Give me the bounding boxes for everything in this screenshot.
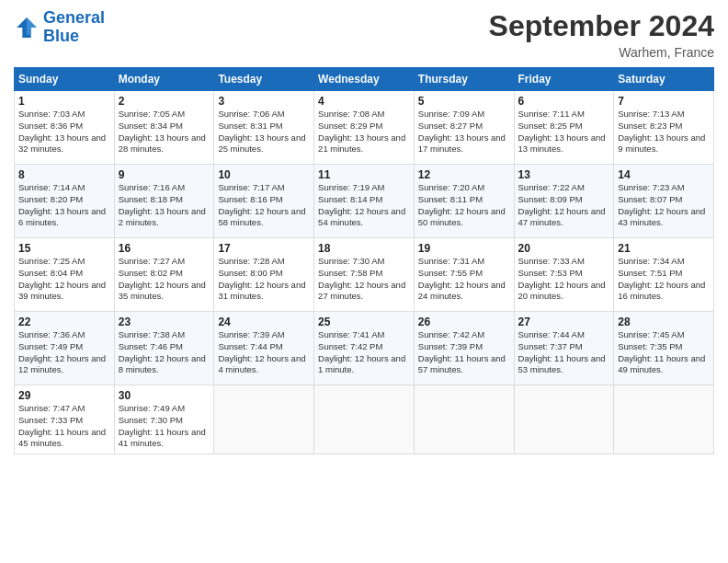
table-row — [614, 385, 714, 454]
table-row: 8 Sunrise: 7:14 AMSunset: 8:20 PMDayligh… — [15, 165, 115, 238]
logo-icon — [14, 15, 40, 40]
day-number: 5 — [418, 95, 510, 108]
calendar-table: Sunday Monday Tuesday Wednesday Thursday… — [14, 67, 714, 454]
day-detail: Sunrise: 7:05 AMSunset: 8:34 PMDaylight:… — [119, 109, 206, 154]
table-row: 21 Sunrise: 7:34 AMSunset: 7:51 PMDaylig… — [614, 238, 714, 312]
table-row: 26 Sunrise: 7:42 AMSunset: 7:39 PMDaylig… — [414, 312, 514, 385]
day-number: 7 — [618, 95, 710, 108]
header-sunday: Sunday — [15, 68, 115, 91]
day-detail: Sunrise: 7:03 AMSunset: 8:36 PMDaylight:… — [18, 109, 106, 154]
table-row: 7 Sunrise: 7:13 AMSunset: 8:23 PMDayligh… — [614, 91, 714, 165]
day-number: 6 — [518, 95, 610, 108]
table-row: 1 Sunrise: 7:03 AMSunset: 8:36 PMDayligh… — [15, 91, 115, 165]
table-row: 18 Sunrise: 7:30 AMSunset: 7:58 PMDaylig… — [314, 238, 415, 312]
day-detail: Sunrise: 7:34 AMSunset: 7:51 PMDaylight:… — [618, 256, 705, 301]
table-row: 28 Sunrise: 7:45 AMSunset: 7:35 PMDaylig… — [614, 312, 714, 385]
table-row: 15 Sunrise: 7:25 AMSunset: 8:04 PMDaylig… — [15, 238, 115, 312]
logo-line1: General — [43, 8, 105, 27]
table-row: 4 Sunrise: 7:08 AMSunset: 8:29 PMDayligh… — [314, 91, 415, 165]
day-number: 24 — [218, 316, 310, 328]
table-row: 5 Sunrise: 7:09 AMSunset: 8:27 PMDayligh… — [414, 91, 514, 165]
day-number: 8 — [18, 168, 110, 181]
day-detail: Sunrise: 7:11 AMSunset: 8:25 PMDaylight:… — [518, 109, 606, 154]
header-saturday: Saturday — [614, 68, 714, 91]
day-detail: Sunrise: 7:28 AMSunset: 8:00 PMDaylight:… — [218, 256, 305, 301]
day-detail: Sunrise: 7:16 AMSunset: 8:18 PMDaylight:… — [119, 182, 206, 227]
logo: General Blue — [14, 9, 105, 46]
table-row: 11 Sunrise: 7:19 AMSunset: 8:14 PMDaylig… — [314, 165, 415, 238]
table-row — [214, 385, 314, 454]
table-row: 24 Sunrise: 7:39 AMSunset: 7:44 PMDaylig… — [214, 312, 314, 385]
month-title: September 2024 — [489, 9, 714, 43]
day-detail: Sunrise: 7:20 AMSunset: 8:11 PMDaylight:… — [418, 182, 506, 227]
day-number: 19 — [418, 242, 510, 255]
day-detail: Sunrise: 7:22 AMSunset: 8:09 PMDaylight:… — [518, 182, 606, 227]
day-detail: Sunrise: 7:13 AMSunset: 8:23 PMDaylight:… — [618, 109, 705, 154]
logo-text: General Blue — [43, 9, 105, 46]
day-number: 9 — [119, 168, 210, 181]
table-row: 22 Sunrise: 7:36 AMSunset: 7:49 PMDaylig… — [15, 312, 115, 385]
header-monday: Monday — [114, 68, 214, 91]
table-row: 13 Sunrise: 7:22 AMSunset: 8:09 PMDaylig… — [514, 165, 614, 238]
table-row: 6 Sunrise: 7:11 AMSunset: 8:25 PMDayligh… — [514, 91, 614, 165]
day-number: 27 — [518, 316, 610, 328]
table-row: 9 Sunrise: 7:16 AMSunset: 8:18 PMDayligh… — [114, 165, 214, 238]
day-detail: Sunrise: 7:31 AMSunset: 7:55 PMDaylight:… — [418, 256, 506, 301]
day-detail: Sunrise: 7:44 AMSunset: 7:37 PMDaylight:… — [518, 329, 606, 374]
week-row-4: 22 Sunrise: 7:36 AMSunset: 7:49 PMDaylig… — [15, 312, 714, 385]
table-row: 17 Sunrise: 7:28 AMSunset: 8:00 PMDaylig… — [214, 238, 314, 312]
header-friday: Friday — [514, 68, 614, 91]
day-number: 13 — [518, 168, 610, 181]
header-tuesday: Tuesday — [214, 68, 314, 91]
day-number: 18 — [318, 242, 410, 255]
day-detail: Sunrise: 7:08 AMSunset: 8:29 PMDaylight:… — [318, 109, 405, 154]
page: General Blue September 2024 Warhem, Fran… — [0, 0, 728, 563]
title-block: September 2024 Warhem, France — [489, 9, 714, 60]
day-number: 23 — [119, 316, 210, 328]
day-detail: Sunrise: 7:42 AMSunset: 7:39 PMDaylight:… — [418, 329, 506, 374]
day-detail: Sunrise: 7:38 AMSunset: 7:46 PMDaylight:… — [119, 329, 206, 374]
table-row: 10 Sunrise: 7:17 AMSunset: 8:16 PMDaylig… — [214, 165, 314, 238]
day-number: 22 — [18, 316, 110, 328]
day-detail: Sunrise: 7:33 AMSunset: 7:53 PMDaylight:… — [518, 256, 606, 301]
day-detail: Sunrise: 7:39 AMSunset: 7:44 PMDaylight:… — [218, 329, 305, 374]
day-detail: Sunrise: 7:45 AMSunset: 7:35 PMDaylight:… — [618, 329, 705, 374]
day-detail: Sunrise: 7:30 AMSunset: 7:58 PMDaylight:… — [318, 256, 405, 301]
table-row: 19 Sunrise: 7:31 AMSunset: 7:55 PMDaylig… — [414, 238, 514, 312]
day-number: 12 — [418, 168, 510, 181]
table-row: 23 Sunrise: 7:38 AMSunset: 7:46 PMDaylig… — [114, 312, 214, 385]
location: Warhem, France — [489, 45, 714, 60]
day-detail: Sunrise: 7:06 AMSunset: 8:31 PMDaylight:… — [218, 109, 305, 154]
week-row-5: 29 Sunrise: 7:47 AMSunset: 7:33 PMDaylig… — [15, 385, 714, 454]
day-detail: Sunrise: 7:14 AMSunset: 8:20 PMDaylight:… — [18, 182, 106, 227]
day-detail: Sunrise: 7:41 AMSunset: 7:42 PMDaylight:… — [318, 329, 405, 374]
day-number: 11 — [318, 168, 410, 181]
day-number: 25 — [318, 316, 410, 328]
header: General Blue September 2024 Warhem, Fran… — [14, 9, 714, 60]
day-number: 2 — [119, 95, 210, 108]
day-detail: Sunrise: 7:19 AMSunset: 8:14 PMDaylight:… — [318, 182, 405, 227]
day-number: 21 — [618, 242, 710, 255]
day-detail: Sunrise: 7:27 AMSunset: 8:02 PMDaylight:… — [119, 256, 206, 301]
day-number: 15 — [18, 242, 110, 255]
day-detail: Sunrise: 7:25 AMSunset: 8:04 PMDaylight:… — [18, 256, 106, 301]
table-row — [414, 385, 514, 454]
header-row: Sunday Monday Tuesday Wednesday Thursday… — [15, 68, 714, 91]
day-number: 10 — [218, 168, 310, 181]
day-detail: Sunrise: 7:47 AMSunset: 7:33 PMDaylight:… — [18, 403, 106, 448]
week-row-3: 15 Sunrise: 7:25 AMSunset: 8:04 PMDaylig… — [15, 238, 714, 312]
table-row: 12 Sunrise: 7:20 AMSunset: 8:11 PMDaylig… — [414, 165, 514, 238]
table-row: 2 Sunrise: 7:05 AMSunset: 8:34 PMDayligh… — [114, 91, 214, 165]
header-thursday: Thursday — [414, 68, 514, 91]
logo-line2: Blue — [43, 27, 79, 45]
day-detail: Sunrise: 7:49 AMSunset: 7:30 PMDaylight:… — [119, 403, 206, 448]
table-row: 3 Sunrise: 7:06 AMSunset: 8:31 PMDayligh… — [214, 91, 314, 165]
day-number: 14 — [618, 168, 710, 181]
day-number: 20 — [518, 242, 610, 255]
svg-marker-1 — [27, 17, 37, 35]
table-row: 30 Sunrise: 7:49 AMSunset: 7:30 PMDaylig… — [114, 385, 214, 454]
day-number: 26 — [418, 316, 510, 328]
table-row — [314, 385, 415, 454]
day-number: 17 — [218, 242, 310, 255]
table-row: 20 Sunrise: 7:33 AMSunset: 7:53 PMDaylig… — [514, 238, 614, 312]
